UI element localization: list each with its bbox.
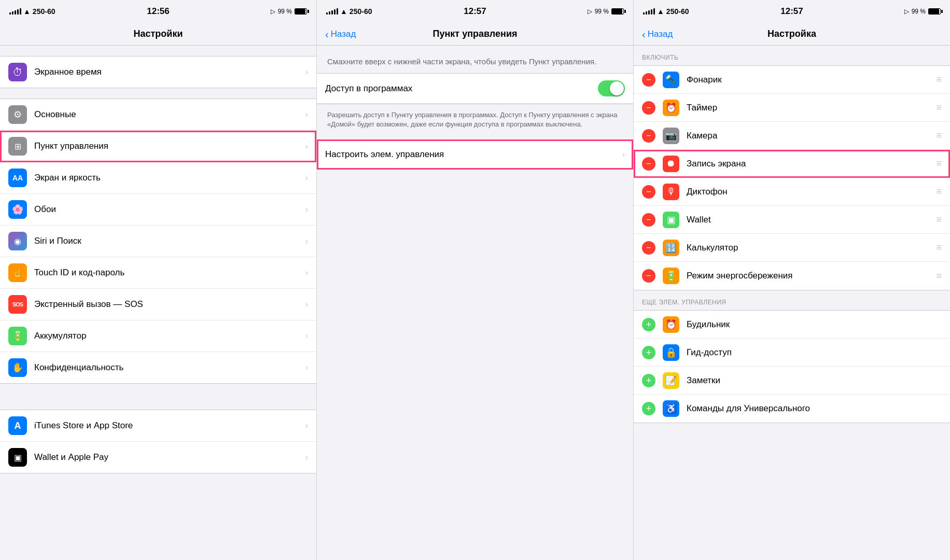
calculator-icon: 🔢 bbox=[663, 240, 679, 256]
control-center-label: Пункт управления bbox=[34, 141, 305, 151]
voice-memo-icon: 🎙 bbox=[663, 184, 679, 200]
screen-time-icon: ⏱ bbox=[8, 63, 27, 81]
divider-1 bbox=[0, 384, 316, 399]
wifi-icon-3: ▲ bbox=[657, 7, 664, 16]
ctrl-row-timer[interactable]: − ⏰ Таймер ≡ bbox=[634, 94, 950, 122]
wallet-ctrl-icon: ▣ bbox=[663, 212, 679, 228]
battery-icon-3 bbox=[928, 8, 941, 15]
siri-label: Siri и Поиск bbox=[34, 236, 305, 246]
app-access-row[interactable]: Доступ в программах bbox=[317, 74, 633, 104]
display-label: Экран и яркость bbox=[34, 173, 305, 183]
drag-handle[interactable]: ≡ bbox=[936, 242, 942, 253]
alarm-label: Будильник bbox=[687, 319, 942, 330]
back-label-2: Назад bbox=[331, 29, 356, 39]
remove-calculator[interactable]: − bbox=[642, 241, 655, 255]
notes-label: Заметки bbox=[687, 375, 942, 386]
sos-label: Экстренный вызов — SOS bbox=[34, 299, 305, 310]
ctrl-row-wallet[interactable]: − ▣ Wallet ≡ bbox=[634, 206, 950, 234]
settings-row-sos[interactable]: SOS Экстренный вызов — SOS › bbox=[0, 289, 316, 320]
status-bar-1: ▲ 250-60 12:56 ▷ 99 % bbox=[0, 0, 316, 23]
customize-chevron: › bbox=[622, 150, 625, 159]
timer-label: Таймер bbox=[687, 103, 936, 113]
chevron-icon: › bbox=[305, 453, 308, 462]
ctrl-row-screen-record[interactable]: − ⏺ Запись экрана ≡ bbox=[634, 150, 950, 178]
back-chevron-2: ‹ bbox=[325, 29, 329, 39]
settings-row-touchid[interactable]: ☝ Touch ID и код-пароль › bbox=[0, 257, 316, 289]
screen-record-icon: ⏺ bbox=[663, 156, 679, 172]
remove-flashlight[interactable]: − bbox=[642, 73, 655, 87]
display-icon: AA bbox=[8, 169, 27, 187]
battery-label: Аккумулятор bbox=[34, 331, 305, 341]
app-access-toggle[interactable] bbox=[598, 80, 625, 96]
ctrl-row-accessibility[interactable]: + ♿ Команды для Универсального bbox=[634, 395, 950, 423]
drag-handle[interactable]: ≡ bbox=[936, 102, 942, 113]
settings-row-privacy[interactable]: ✋ Конфиденциальность › bbox=[0, 352, 316, 383]
ctrl-row-low-power[interactable]: − 🔋 Режим энергосбережения ≡ bbox=[634, 262, 950, 290]
ctrl-row-voice-memo[interactable]: − 🎙 Диктофон ≡ bbox=[634, 178, 950, 206]
panel-control-center: ▲ 250-60 12:57 ▷ 99 % ‹ Назад Пункт упра… bbox=[317, 0, 634, 560]
add-guided-access[interactable]: + bbox=[642, 346, 655, 359]
chevron-icon: › bbox=[305, 110, 308, 119]
ctrl-row-notes[interactable]: + 📝 Заметки bbox=[634, 367, 950, 395]
wallpaper-icon: 🌸 bbox=[8, 200, 27, 219]
back-button-2[interactable]: ‹ Назад bbox=[325, 29, 356, 39]
add-accessibility[interactable]: + bbox=[642, 402, 655, 415]
remove-timer[interactable]: − bbox=[642, 101, 655, 115]
touchid-icon: ☝ bbox=[8, 263, 27, 282]
status-bar-2: ▲ 250-60 12:57 ▷ 99 % bbox=[317, 0, 633, 23]
carrier-signal-2: ▲ 250-60 bbox=[326, 7, 372, 16]
settings-row-siri[interactable]: ◉ Siri и Поиск › bbox=[0, 226, 316, 257]
back-button-3[interactable]: ‹ Назад bbox=[642, 29, 673, 39]
status-right-1: ▷ 99 % bbox=[271, 8, 307, 15]
ctrl-row-alarm[interactable]: + ⏰ Будильник bbox=[634, 311, 950, 339]
flashlight-label: Фонарик bbox=[687, 75, 936, 85]
time-1: 12:56 bbox=[147, 6, 169, 17]
control-center-content: Смахните вверх с нижней части экрана, чт… bbox=[317, 46, 633, 560]
location-icon-2: ▷ bbox=[588, 8, 592, 15]
voice-memo-label: Диктофон bbox=[687, 187, 936, 197]
customize-label: Настроить элем. управления bbox=[325, 149, 622, 160]
settings-row-general[interactable]: ⚙ Основные › bbox=[0, 99, 316, 131]
camera-label: Камера bbox=[687, 131, 936, 141]
drag-handle[interactable]: ≡ bbox=[936, 130, 942, 141]
chevron-icon: › bbox=[305, 421, 308, 430]
add-alarm[interactable]: + bbox=[642, 318, 655, 331]
remove-camera[interactable]: − bbox=[642, 129, 655, 143]
settings-row-wallet[interactable]: ▣ Wallet и Apple Pay › bbox=[0, 442, 316, 473]
settings-row-control-center[interactable]: ⊞ Пункт управления › bbox=[0, 131, 316, 162]
settings-row-screen-time[interactable]: ⏱ Экранное время › bbox=[0, 57, 316, 88]
screen-record-label: Запись экрана bbox=[687, 159, 936, 169]
status-right-2: ▷ 99 % bbox=[588, 8, 624, 15]
settings-row-battery[interactable]: 🔋 Аккумулятор › bbox=[0, 320, 316, 352]
remove-low-power[interactable]: − bbox=[642, 269, 655, 283]
remove-screen-record[interactable]: − bbox=[642, 157, 655, 171]
remove-voice-memo[interactable]: − bbox=[642, 185, 655, 199]
ctrl-row-flashlight[interactable]: − 🔦 Фонарик ≡ bbox=[634, 66, 950, 94]
settings-row-itunes[interactable]: A iTunes Store и App Store › bbox=[0, 410, 316, 442]
carrier-2: 250-60 bbox=[350, 7, 372, 16]
carrier-3: 250-60 bbox=[666, 7, 689, 16]
wallet-ctrl-label: Wallet bbox=[687, 215, 936, 225]
remove-wallet[interactable]: − bbox=[642, 213, 655, 227]
nav-bar-3: ‹ Назад Настройка bbox=[634, 23, 950, 46]
ctrl-row-guided-access[interactable]: + 🔒 Гид-доступ bbox=[634, 339, 950, 367]
settings-row-display[interactable]: AA Экран и яркость › bbox=[0, 162, 316, 194]
general-icon: ⚙ bbox=[8, 105, 27, 124]
drag-handle[interactable]: ≡ bbox=[936, 271, 942, 282]
panel-settings: ▲ 250-60 12:56 ▷ 99 % Настройки ⏱ Экранн… bbox=[0, 0, 317, 560]
more-header: ЕЩЕ ЭЛЕМ. УПРАВЛЕНИЯ bbox=[634, 290, 950, 310]
drag-handle[interactable]: ≡ bbox=[936, 214, 942, 225]
drag-handle[interactable]: ≡ bbox=[936, 74, 942, 85]
drag-handle[interactable]: ≡ bbox=[936, 186, 942, 197]
low-power-label: Режим энергосбережения bbox=[687, 271, 936, 281]
time-2: 12:57 bbox=[464, 6, 486, 17]
page-title-3: Настройка bbox=[767, 29, 816, 39]
drag-handle[interactable]: ≡ bbox=[936, 158, 942, 169]
customize-row[interactable]: Настроить элем. управления › bbox=[317, 139, 633, 170]
back-chevron-3: ‹ bbox=[642, 29, 646, 39]
add-notes[interactable]: + bbox=[642, 374, 655, 387]
ctrl-row-camera[interactable]: − 📷 Камера ≡ bbox=[634, 122, 950, 150]
ctrl-row-calculator[interactable]: − 🔢 Калькулятор ≡ bbox=[634, 234, 950, 262]
panel2-description: Смахните вверх с нижней части экрана, чт… bbox=[317, 46, 633, 73]
settings-row-wallpaper[interactable]: 🌸 Обои › bbox=[0, 194, 316, 226]
